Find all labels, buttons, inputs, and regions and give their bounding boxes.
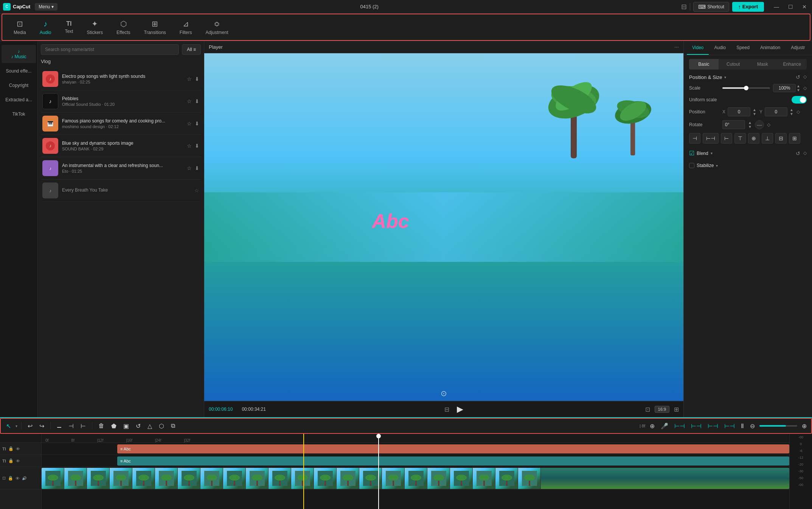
- tab-video[interactable]: Video: [687, 41, 709, 55]
- select-tool-button[interactable]: ↖: [4, 421, 13, 431]
- position-x-input[interactable]: [728, 107, 750, 116]
- download-button[interactable]: ⬇: [195, 143, 199, 149]
- scale-slider[interactable]: [722, 87, 770, 89]
- x-down[interactable]: ▼: [753, 112, 756, 116]
- text-clip-1[interactable]: ≡ Abc: [117, 444, 789, 453]
- sidebar-item-music[interactable]: ♪ ♪ Music: [2, 45, 36, 63]
- timeline-view-icon[interactable]: ⊟: [444, 406, 449, 413]
- shield-button[interactable]: ⬟: [109, 421, 119, 431]
- reset-position-icon[interactable]: ↺: [796, 74, 800, 80]
- scale-up-arrow[interactable]: ▲: [796, 84, 800, 88]
- tab-transitions[interactable]: ⊞ Transitions: [137, 17, 173, 37]
- zoom-slider[interactable]: [759, 425, 797, 427]
- stabilize-collapse-icon[interactable]: ▾: [716, 164, 718, 168]
- uniform-scale-toggle[interactable]: [792, 96, 807, 104]
- link4-icon[interactable]: ⊢⊣: [723, 421, 736, 431]
- favorite-button[interactable]: ☆: [194, 187, 199, 193]
- align-right-btn[interactable]: ⊢: [721, 133, 732, 144]
- search-input[interactable]: [41, 44, 179, 55]
- keyframe-blend-icon[interactable]: ◇: [803, 150, 807, 156]
- align-left-btn[interactable]: ⊣: [689, 133, 700, 144]
- mirror-button[interactable]: △: [145, 421, 154, 431]
- x-up[interactable]: ▲: [753, 108, 756, 112]
- list-item[interactable]: 🎹 Famous piano songs for comedy and cook…: [41, 113, 201, 135]
- aspect-ratio-badge[interactable]: 16:9: [655, 406, 669, 413]
- favorite-button[interactable]: ☆: [187, 98, 192, 104]
- keyframe-position-icon2[interactable]: ◇: [796, 109, 800, 114]
- link2-icon[interactable]: ⊢⊣: [689, 421, 703, 431]
- list-item[interactable]: ♪ An instrumental with a clear and refre…: [41, 157, 201, 179]
- select-dropdown[interactable]: ▾: [16, 424, 17, 428]
- play-button[interactable]: ▶: [454, 404, 466, 414]
- rotate-down[interactable]: ▼: [748, 125, 752, 129]
- mic-icon[interactable]: 🎤: [659, 421, 670, 431]
- align-top-btn[interactable]: ⊤: [734, 133, 746, 144]
- stabilize-checkbox[interactable]: [689, 163, 694, 168]
- snap-icon[interactable]: ⊕: [648, 421, 656, 431]
- subtab-cutout[interactable]: Cutout: [719, 59, 748, 70]
- zoom-in-icon[interactable]: ⊕: [800, 421, 808, 431]
- tab-speed[interactable]: Speed: [731, 41, 755, 55]
- favorite-button[interactable]: ☆: [187, 121, 192, 127]
- link3-icon[interactable]: ⊢⊣: [706, 421, 720, 431]
- sidebar-item-extracted[interactable]: Extracted a...: [2, 93, 36, 106]
- zoom-out-icon[interactable]: ⊖: [748, 421, 756, 431]
- sidebar-item-copyright[interactable]: Copyright: [2, 79, 36, 92]
- link1-icon[interactable]: ⊢⊣: [673, 421, 686, 431]
- download-button[interactable]: ⬇: [195, 76, 199, 82]
- favorite-button[interactable]: ☆: [187, 143, 192, 149]
- maximize-button[interactable]: ☐: [786, 3, 795, 11]
- expand-icon[interactable]: ⊞: [674, 406, 679, 413]
- y-down[interactable]: ▼: [790, 112, 793, 116]
- video-clip[interactable]: [42, 468, 789, 489]
- list-item[interactable]: ♪ Blue sky and dynamic sports image SOUN…: [41, 135, 201, 157]
- video-lock-icon[interactable]: 🔒: [8, 476, 13, 481]
- list-item[interactable]: ♪ Pebbles Official Sound Studio · 01:20 …: [41, 90, 201, 113]
- tab-audio[interactable]: Audio: [709, 41, 731, 55]
- close-button[interactable]: ✕: [800, 3, 809, 11]
- tab-stickers[interactable]: ✦ Stickers: [80, 17, 110, 37]
- rotate-input[interactable]: [722, 120, 745, 129]
- keyframe-scale-icon[interactable]: ◇: [803, 85, 807, 91]
- export-button[interactable]: ↑ Export: [732, 2, 764, 12]
- align-dist-v-btn[interactable]: ⊞: [789, 133, 800, 144]
- favorite-button[interactable]: ☆: [187, 76, 192, 82]
- list-item[interactable]: ♪ Every Breath You Take ☆: [41, 179, 201, 202]
- video-eye-icon[interactable]: 👁: [16, 476, 20, 481]
- tab-media[interactable]: ⊡ Media: [7, 17, 33, 37]
- scale-value[interactable]: 100%: [773, 84, 796, 92]
- list-item[interactable]: ♪ Electro pop songs with light synth sou…: [41, 68, 201, 90]
- sidebar-item-tiktok[interactable]: TikTok: [2, 108, 36, 121]
- rotate-button[interactable]: ↺: [134, 421, 143, 431]
- align-center-btn[interactable]: ⊢⊣: [703, 133, 719, 144]
- lock-icon2[interactable]: 🔒: [8, 458, 14, 463]
- frame-button[interactable]: ▣: [121, 421, 131, 431]
- all-filter-button[interactable]: All ≡: [182, 44, 201, 55]
- align-dist-h-btn[interactable]: ⊟: [775, 133, 787, 144]
- subtab-enhance[interactable]: Enhance: [777, 59, 807, 70]
- sidebar-item-sound-effects[interactable]: Sound effe...: [2, 65, 36, 77]
- eye-icon1[interactable]: 👁: [16, 447, 20, 451]
- keyframe-position-icon[interactable]: ◇: [803, 74, 807, 80]
- tab-animation[interactable]: Animation: [755, 41, 786, 55]
- blend-collapse-icon[interactable]: ▾: [711, 151, 713, 155]
- lock-icon1[interactable]: 🔒: [8, 446, 14, 451]
- collapse-icon[interactable]: ▾: [724, 75, 726, 79]
- tab-effects[interactable]: ⬡ Effects: [110, 17, 137, 37]
- rotate-up[interactable]: ▲: [748, 121, 752, 125]
- keyframe-rotate-icon[interactable]: ◇: [767, 122, 770, 127]
- subtab-basic[interactable]: Basic: [689, 59, 719, 70]
- split-left-button[interactable]: ⊣: [66, 421, 76, 431]
- text-clip-2[interactable]: ≡ Abc: [117, 456, 789, 466]
- shortcut-button[interactable]: ⌨ Shortcut: [693, 2, 729, 12]
- download-button[interactable]: ⬇: [195, 165, 199, 171]
- favorite-button[interactable]: ☆: [187, 165, 192, 171]
- split-button[interactable]: ⚊: [54, 421, 64, 430]
- tab-audio[interactable]: ♪ Audio: [33, 17, 58, 37]
- delete-button[interactable]: 🗑: [96, 421, 107, 431]
- scale-down-arrow[interactable]: ▼: [796, 88, 800, 92]
- download-button[interactable]: ⬇: [195, 121, 199, 127]
- y-up[interactable]: ▲: [790, 108, 793, 112]
- redo-button[interactable]: ↪: [37, 421, 47, 431]
- tab-text[interactable]: TI Text: [58, 18, 80, 36]
